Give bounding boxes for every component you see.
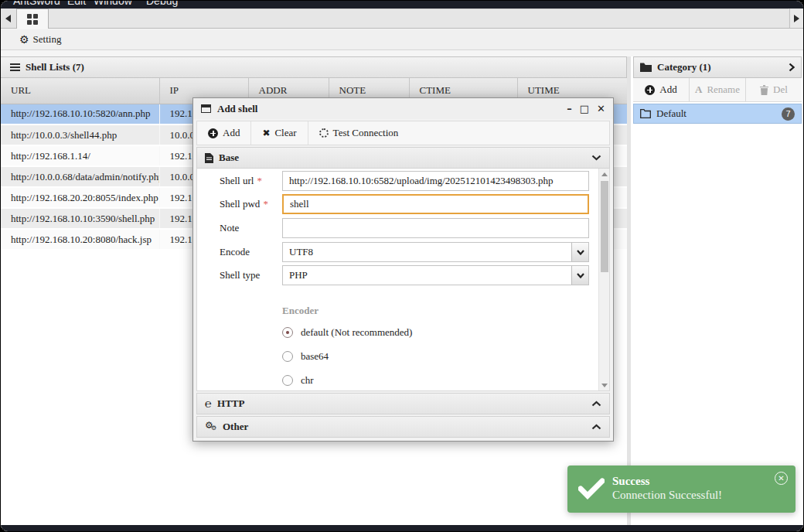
toast-close-button[interactable]: ✕ (775, 472, 788, 485)
shell-url-label: Shell url* (220, 175, 262, 187)
setting-button[interactable]: ⚙ Setting (19, 33, 61, 46)
scrollbar-thumb[interactable] (601, 181, 608, 272)
folder-outline-icon (640, 109, 651, 118)
setting-label: Setting (33, 33, 62, 46)
encoder-option-default[interactable]: default (Not recommended) (282, 326, 412, 339)
select-dropdown-button[interactable] (571, 243, 588, 261)
note-input[interactable] (282, 218, 589, 238)
minimize-button[interactable]: – (567, 104, 572, 114)
radio-icon (282, 351, 293, 362)
menu-item-debug[interactable]: Debug (146, 1, 178, 7)
scroll-down-icon[interactable] (599, 380, 610, 390)
chevron-right-icon[interactable] (789, 63, 795, 72)
dialog-titlebar[interactable]: Add shell – □ ✕ (193, 98, 613, 119)
tab-strip-empty (49, 9, 789, 28)
category-item-default[interactable]: Default 7 (633, 104, 802, 124)
check-icon (578, 478, 605, 503)
app-window: AntSword Edit Window Debug ⚙ Setting She… (0, 0, 804, 532)
category-rename-button[interactable]: A Rename (689, 78, 745, 101)
shell-list-header: Shell Lists (7) (1, 56, 627, 78)
category-add-label: Add (659, 84, 676, 96)
rename-a-icon: A (695, 84, 702, 96)
dialog-clear-label: Clear (274, 127, 296, 139)
radio-selected-icon (282, 327, 293, 338)
category-del-button[interactable]: Del (745, 78, 802, 101)
test-connection-button[interactable]: Test Connection (308, 121, 410, 145)
encode-label: Encode (220, 246, 250, 258)
section-http[interactable]: ℮ HTTP (196, 393, 610, 414)
select-dropdown-button[interactable] (571, 266, 588, 285)
tab-home[interactable] (16, 9, 49, 29)
plus-circle-icon (645, 85, 655, 95)
cell-url: http://10.0.0.3/shell44.php (1, 124, 159, 145)
internet-icon: ℮ (205, 398, 212, 410)
count-badge: 7 (782, 107, 795, 121)
dialog-scrollbar[interactable] (598, 169, 609, 390)
shell-url-input[interactable] (282, 171, 589, 191)
gears-icon: ⚙⚙ (205, 421, 217, 432)
menu-item-edit[interactable]: Edit (67, 1, 86, 7)
arrow-right-icon (794, 15, 799, 22)
section-other-label: Other (223, 421, 248, 433)
encoder-option-label: default (Not recommended) (301, 326, 412, 339)
test-connection-label: Test Connection (333, 127, 399, 139)
category-panel: Category (1) Add A Rename (631, 56, 803, 525)
folder-icon (640, 63, 652, 72)
category-title: Category (1) (657, 61, 711, 73)
section-base[interactable]: Base (196, 147, 610, 169)
shell-type-label: Shell type (220, 269, 260, 281)
dialog-add-label: Add (223, 127, 240, 139)
section-other[interactable]: ⚙⚙ Other (196, 416, 610, 438)
dialog-clear-button[interactable]: ✖ Clear (250, 121, 307, 145)
add-shell-dialog: Add shell – □ ✕ Add ✖ Clear Test Connect… (192, 97, 614, 442)
col-url[interactable]: URL (1, 78, 159, 104)
tabs-scroll-right-button[interactable] (789, 9, 803, 28)
required-asterisk: * (257, 175, 262, 186)
encoder-group-label: Encoder (282, 305, 319, 317)
list-icon (10, 63, 20, 71)
chevron-up-icon (591, 424, 601, 430)
menu-item-window[interactable]: Window (94, 1, 132, 7)
shell-type-value: PHP (283, 269, 571, 281)
encoder-option-label: chr (301, 374, 314, 387)
section-http-label: HTTP (217, 397, 244, 410)
success-toast: Success Connection Successful! ✕ (567, 466, 795, 513)
encode-select[interactable]: UTF8 (282, 242, 589, 262)
section-base-label: Base (219, 152, 239, 164)
app-toolbar: ⚙ Setting (1, 29, 803, 50)
category-item-label: Default (656, 107, 686, 120)
cell-url: http://192.168.1.14/ (1, 145, 159, 166)
tab-bar (1, 9, 803, 29)
dialog-add-button[interactable]: Add (197, 121, 250, 145)
status-bar (1, 525, 803, 531)
chevron-down-icon (577, 250, 584, 255)
grid-icon (27, 14, 38, 25)
dialog-toolbar: Add ✖ Clear Test Connection (196, 121, 610, 145)
window-icon (201, 104, 211, 113)
encoder-option-label: base64 (301, 350, 329, 363)
category-add-button[interactable]: Add (633, 78, 689, 101)
encoder-option-chr[interactable]: chr (282, 374, 314, 387)
encode-value: UTF8 (283, 246, 571, 258)
note-label: Note (220, 222, 239, 234)
required-asterisk: * (263, 198, 268, 210)
close-button[interactable]: ✕ (597, 104, 605, 114)
toast-title: Success (612, 475, 649, 488)
maximize-button[interactable]: □ (580, 104, 589, 114)
shell-pwd-input[interactable] (282, 194, 589, 214)
spinner-icon (319, 128, 329, 138)
category-rename-label: Rename (707, 84, 740, 96)
shell-list-title: Shell Lists (7) (26, 61, 84, 73)
dialog-base-content: Shell url* Shell pwd* Note Encode UTF8 (196, 169, 610, 391)
cell-url: http://10.0.0.68/data/admin/notify.php (1, 166, 159, 187)
plus-circle-icon (208, 128, 218, 138)
encoder-option-base64[interactable]: base64 (282, 350, 329, 363)
cell-url: http://192.168.10.20:8080/hack.jsp (1, 229, 159, 250)
menu-item-antsword[interactable]: AntSword (13, 1, 60, 7)
toast-message: Connection Successful! (612, 489, 722, 502)
menubar: AntSword Edit Window Debug (1, 1, 803, 9)
shell-type-select[interactable]: PHP (282, 265, 589, 285)
arrow-left-icon (5, 15, 11, 22)
tabs-scroll-left-button[interactable] (1, 9, 15, 28)
scroll-up-icon[interactable] (599, 169, 610, 179)
